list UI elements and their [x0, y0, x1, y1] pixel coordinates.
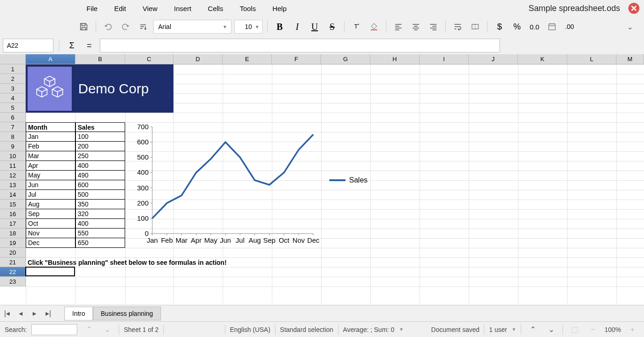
- up-icon[interactable]: ⌃: [526, 323, 540, 337]
- column-header[interactable]: D: [173, 54, 223, 64]
- menu-edit[interactable]: Edit: [106, 2, 134, 15]
- align-left-button[interactable]: [391, 19, 406, 34]
- search-next-icon[interactable]: ⌄: [100, 323, 114, 337]
- zoom-out-button[interactable]: −: [586, 323, 600, 337]
- zoom-in-button[interactable]: +: [626, 323, 639, 337]
- row-header[interactable]: 21: [0, 257, 26, 267]
- cell[interactable]: 550: [75, 228, 125, 238]
- bold-button[interactable]: B: [272, 19, 287, 34]
- cell[interactable]: Dec: [26, 238, 75, 248]
- column-header[interactable]: I: [420, 54, 469, 64]
- column-header[interactable]: G: [321, 54, 370, 64]
- user-count[interactable]: 1 user: [489, 326, 507, 333]
- sort-icon[interactable]: [136, 19, 150, 34]
- row-header[interactable]: 2: [0, 74, 26, 84]
- cell[interactable]: Apr: [26, 161, 75, 171]
- sum-function-icon[interactable]: Σ: [65, 39, 79, 52]
- down-icon[interactable]: ⌄: [544, 323, 558, 337]
- spreadsheet-grid[interactable]: ABCDEFGHIJKLM 12345678910111213141516171…: [0, 54, 644, 305]
- column-header[interactable]: F: [272, 54, 321, 64]
- cell[interactable]: 400: [75, 161, 125, 171]
- cell[interactable]: Aug: [26, 200, 75, 209]
- column-header[interactable]: B: [75, 54, 125, 64]
- row-header[interactable]: 11: [0, 161, 26, 171]
- crop-icon[interactable]: ⬚: [568, 323, 581, 337]
- cell[interactable]: Sep: [26, 209, 75, 219]
- undo-icon[interactable]: [101, 19, 115, 34]
- row-header[interactable]: 1: [0, 64, 26, 74]
- row-header[interactable]: 10: [0, 151, 26, 161]
- menu-cells[interactable]: Cells: [200, 2, 231, 15]
- search-prev-icon[interactable]: ⌃: [82, 323, 96, 337]
- decimal-button[interactable]: 0.0: [527, 19, 542, 34]
- cell[interactable]: Jul: [26, 190, 75, 200]
- column-header[interactable]: K: [518, 54, 567, 64]
- row-header[interactable]: 23: [0, 277, 26, 286]
- save-icon[interactable]: [76, 19, 91, 34]
- prev-sheet-button[interactable]: ◂: [14, 307, 28, 320]
- row-header[interactable]: 19: [0, 238, 26, 248]
- align-right-button[interactable]: [426, 19, 441, 34]
- last-sheet-button[interactable]: ▸|: [41, 307, 55, 320]
- tab-business-planning[interactable]: Business planning: [93, 307, 161, 320]
- wrap-text-button[interactable]: [450, 19, 465, 34]
- cell[interactable]: 320: [75, 209, 125, 219]
- column-header[interactable]: A: [26, 54, 75, 64]
- menu-help[interactable]: Help: [264, 2, 295, 15]
- fill-color-button[interactable]: [367, 19, 381, 34]
- column-header[interactable]: C: [125, 54, 173, 64]
- italic-button[interactable]: I: [290, 19, 305, 34]
- row-header[interactable]: 7: [0, 122, 26, 132]
- cell[interactable]: 100: [75, 132, 125, 142]
- cell[interactable]: Mar: [26, 151, 75, 161]
- column-header[interactable]: E: [223, 54, 272, 64]
- next-sheet-button[interactable]: ▸: [28, 307, 41, 320]
- sales-chart[interactable]: 0100200300400500600700JanFebMarAprMayJun…: [126, 123, 395, 250]
- cell[interactable]: Sales: [75, 122, 125, 132]
- cell[interactable]: Jun: [26, 180, 75, 190]
- language-indicator[interactable]: English (USA): [230, 326, 270, 333]
- search-input[interactable]: [31, 324, 77, 335]
- currency-button[interactable]: $: [492, 19, 507, 34]
- column-header[interactable]: H: [370, 54, 420, 64]
- zoom-level[interactable]: 100%: [604, 326, 621, 333]
- percent-button[interactable]: %: [510, 19, 524, 34]
- font-name-select[interactable]: Arial ▼: [153, 20, 231, 34]
- cell-reference-input[interactable]: A22: [3, 39, 53, 52]
- row-header[interactable]: 9: [0, 142, 26, 151]
- chevron-down-icon[interactable]: ▼: [512, 327, 516, 332]
- row-header[interactable]: 13: [0, 180, 26, 190]
- row-header[interactable]: 4: [0, 93, 26, 103]
- aggregate-indicator[interactable]: Average: ; Sum: 0: [343, 326, 395, 333]
- row-header[interactable]: 6: [0, 113, 26, 122]
- cell[interactable]: Feb: [26, 142, 75, 151]
- menu-view[interactable]: View: [134, 2, 166, 15]
- close-button[interactable]: [628, 3, 639, 14]
- cell[interactable]: 650: [75, 238, 125, 248]
- tab-intro[interactable]: Intro: [64, 307, 93, 320]
- cell[interactable]: Month: [26, 122, 75, 132]
- redo-icon[interactable]: [118, 19, 133, 34]
- cell[interactable]: 600: [75, 180, 125, 190]
- row-header[interactable]: 22: [0, 267, 26, 277]
- instruction-cell[interactable]: Click "Business planning" sheet below to…: [26, 257, 302, 267]
- font-color-button[interactable]: T: [349, 19, 364, 34]
- column-header[interactable]: J: [469, 54, 518, 64]
- row-header[interactable]: 15: [0, 200, 26, 209]
- underline-button[interactable]: U: [307, 19, 322, 34]
- cell[interactable]: May: [26, 171, 75, 180]
- menu-insert[interactable]: Insert: [166, 2, 200, 15]
- menu-tools[interactable]: Tools: [231, 2, 264, 15]
- selection-mode[interactable]: Standard selection: [280, 326, 334, 333]
- equals-icon[interactable]: =: [82, 39, 96, 52]
- add-decimal-button[interactable]: .00: [562, 19, 577, 34]
- cell[interactable]: 350: [75, 200, 125, 209]
- row-header[interactable]: 5: [0, 103, 26, 113]
- column-header[interactable]: L: [567, 54, 616, 64]
- cell[interactable]: 200: [75, 142, 125, 151]
- row-header[interactable]: 16: [0, 209, 26, 219]
- cell[interactable]: Jan: [26, 132, 75, 142]
- row-header[interactable]: 12: [0, 171, 26, 180]
- cell[interactable]: Oct: [26, 219, 75, 228]
- menu-file[interactable]: File: [78, 2, 106, 15]
